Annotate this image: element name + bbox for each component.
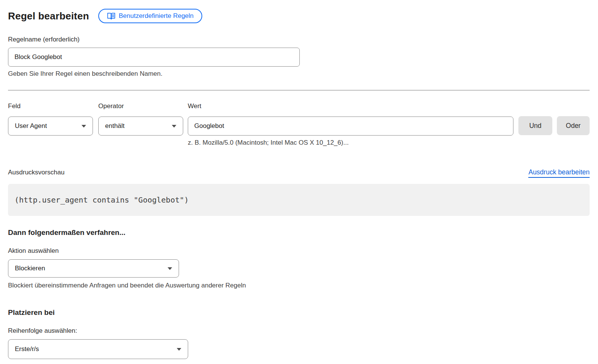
chevron-down-icon <box>82 125 86 128</box>
placement-heading: Platzieren bei <box>8 308 590 317</box>
condition-row: Feld User Agent Operator enthält Wert z.… <box>8 102 590 147</box>
docs-button-label: Benutzerdefinierte Regeln <box>119 12 194 20</box>
custom-rules-docs-button[interactable]: Benutzerdefinierte Regeln <box>98 9 203 23</box>
page-title: Regel bearbeiten <box>8 10 89 22</box>
action-help: Blockiert übereinstimmende Anfragen und … <box>8 282 590 289</box>
action-heading: Dann folgendermaßen verfahren... <box>8 228 590 237</box>
chevron-down-icon <box>177 348 181 351</box>
action-select[interactable]: Blockieren <box>8 259 179 278</box>
value-label: Wert <box>188 102 513 110</box>
action-section: Dann folgendermaßen verfahren... Aktion … <box>8 228 590 289</box>
expression-code-preview: (http.user_agent contains "Googlebot") <box>8 184 590 216</box>
edit-expression-link[interactable]: Ausdruck bearbeiten <box>528 168 590 178</box>
open-book-icon <box>107 13 115 20</box>
operator-select[interactable]: enthält <box>98 117 183 136</box>
operator-label: Operator <box>98 102 183 110</box>
action-label: Aktion auswählen <box>8 247 590 255</box>
rule-name-label: Regelname (erforderlich) <box>8 36 590 43</box>
or-button[interactable]: Oder <box>557 116 590 135</box>
expression-section: Ausdrucksvorschau Ausdruck bearbeiten (h… <box>8 168 590 216</box>
field-select-value: User Agent <box>15 122 47 130</box>
chevron-down-icon <box>168 267 172 270</box>
order-select-value: Erste/r/s <box>15 345 39 353</box>
section-divider <box>8 90 590 91</box>
expression-preview-label: Ausdrucksvorschau <box>8 169 64 176</box>
field-label: Feld <box>8 102 93 110</box>
rule-editor-page: Regel bearbeiten Benutzerdefinierte Rege… <box>0 0 598 359</box>
and-button[interactable]: Und <box>518 116 552 135</box>
placement-section: Platzieren bei Reihenfolge auswählen: Er… <box>8 308 590 359</box>
operator-select-value: enthält <box>105 122 125 130</box>
value-column: Wert z. B. Mozilla/5.0 (Macintosh; Intel… <box>188 102 513 147</box>
rule-name-section: Regelname (erforderlich) Geben Sie Ihrer… <box>8 36 590 78</box>
expression-header: Ausdrucksvorschau Ausdruck bearbeiten <box>8 168 590 178</box>
rule-name-input[interactable] <box>8 48 300 67</box>
rule-name-help: Geben Sie Ihrer Regel einen beschreibend… <box>8 70 590 78</box>
operator-column: Operator enthält <box>98 102 183 136</box>
value-help: z. B. Mozilla/5.0 (Macintosh; Intel Mac … <box>188 139 513 147</box>
action-select-value: Blockieren <box>15 265 45 272</box>
order-select[interactable]: Erste/r/s <box>8 339 188 359</box>
field-column: Feld User Agent <box>8 102 93 136</box>
value-input[interactable] <box>188 117 513 136</box>
order-label: Reihenfolge auswählen: <box>8 327 590 335</box>
header: Regel bearbeiten Benutzerdefinierte Rege… <box>8 9 590 23</box>
logic-buttons: Und Oder <box>518 102 590 135</box>
chevron-down-icon <box>172 125 176 128</box>
field-select[interactable]: User Agent <box>8 117 93 136</box>
